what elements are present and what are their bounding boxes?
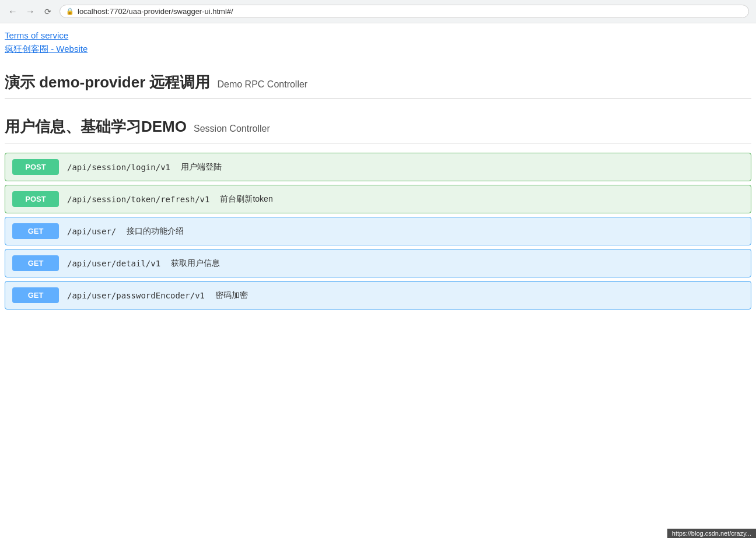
section-heading: 演示 demo-provider 远程调用Demo RPC Controller — [5, 72, 751, 99]
lock-icon: 🔒 — [66, 8, 74, 15]
section-heading: 用户信息、基础学习DEMOSession Controller — [5, 117, 751, 143]
terms-of-service-link[interactable]: Terms of service — [5, 30, 751, 40]
method-badge: GET — [12, 223, 59, 239]
method-badge: POST — [12, 159, 59, 175]
section-demo-provider: 演示 demo-provider 远程调用Demo RPC Controller — [5, 72, 751, 99]
endpoint-desc: 获取用户信息 — [171, 258, 220, 269]
endpoint-path: /api/user/ — [67, 227, 116, 236]
endpoint-row[interactable]: GET/api/user/接口的功能介绍 — [5, 217, 751, 245]
endpoint-path: /api/user/detail/v1 — [67, 259, 160, 268]
refresh-button[interactable]: ⟳ — [42, 6, 54, 17]
browser-chrome: ← → ⟳ 🔒 localhost:7702/uaa-provider/swag… — [0, 0, 756, 23]
endpoint-row[interactable]: GET/api/user/passwordEncoder/v1密码加密 — [5, 281, 751, 310]
endpoint-row[interactable]: POST/api/session/token/refresh/v1前台刷新tok… — [5, 185, 751, 213]
endpoint-row[interactable]: GET/api/user/detail/v1获取用户信息 — [5, 249, 751, 277]
endpoint-row[interactable]: POST/api/session/login/v1用户端登陆 — [5, 153, 751, 181]
endpoints-section: POST/api/session/login/v1用户端登陆POST/api/s… — [5, 153, 751, 310]
page-content: Terms of service 疯狂创客圈 - Website 演示 demo… — [0, 23, 756, 320]
endpoint-desc: 密码加密 — [215, 290, 248, 301]
section-title-main: 演示 demo-provider 远程调用 — [5, 72, 210, 93]
method-badge: POST — [12, 191, 59, 207]
section-title-sub: Session Controller — [194, 124, 270, 134]
section-title-main: 用户信息、基础学习DEMO — [5, 117, 187, 137]
forward-button[interactable]: → — [24, 6, 36, 17]
back-button[interactable]: ← — [7, 6, 19, 17]
links-section: Terms of service 疯狂创客圈 - Website — [5, 30, 751, 55]
endpoint-path: /api/session/login/v1 — [67, 163, 170, 172]
website-link[interactable]: 疯狂创客圈 - Website — [5, 44, 751, 55]
method-badge: GET — [12, 255, 59, 271]
endpoint-desc: 接口的功能介绍 — [127, 226, 184, 237]
section-user-info: 用户信息、基础学习DEMOSession ControllerPOST/api/… — [5, 117, 751, 310]
endpoint-path: /api/session/token/refresh/v1 — [67, 195, 209, 204]
method-badge: GET — [12, 287, 59, 303]
address-bar[interactable]: 🔒 localhost:7702/uaa-provider/swagger-ui… — [60, 5, 749, 18]
url-text: localhost:7702/uaa-provider/swagger-ui.h… — [78, 7, 233, 16]
sections-container: 演示 demo-provider 远程调用Demo RPC Controller… — [5, 72, 751, 310]
endpoint-desc: 用户端登陆 — [181, 162, 222, 173]
section-title-sub: Demo RPC Controller — [217, 79, 307, 90]
endpoint-path: /api/user/passwordEncoder/v1 — [67, 291, 205, 300]
endpoint-desc: 前台刷新token — [220, 194, 272, 205]
